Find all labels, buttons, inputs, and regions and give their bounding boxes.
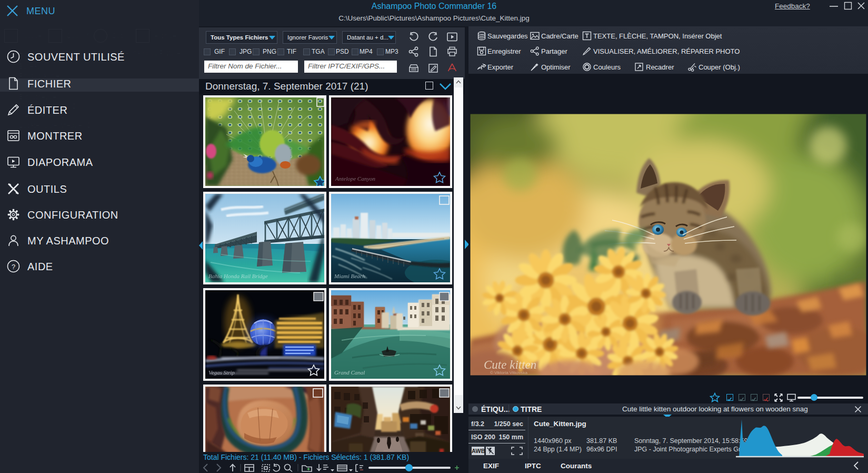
- svg-text:© Viktoria Vitkovska: © Viktoria Vitkovska: [490, 370, 528, 375]
- svg-text:?: ?: [12, 263, 15, 271]
- svg-text:Bahia Honda Rail Bridge: Bahia Honda Rail Bridge: [208, 273, 268, 279]
- svg-text:Antelope Canyon: Antelope Canyon: [335, 175, 376, 182]
- svg-text:Vegas Strip: Vegas Strip: [208, 369, 235, 376]
- svg-text:Cute kitten: Cute kitten: [484, 358, 536, 371]
- svg-text:Miami Beach: Miami Beach: [334, 273, 365, 279]
- svg-text:Grand Canal: Grand Canal: [334, 369, 365, 376]
